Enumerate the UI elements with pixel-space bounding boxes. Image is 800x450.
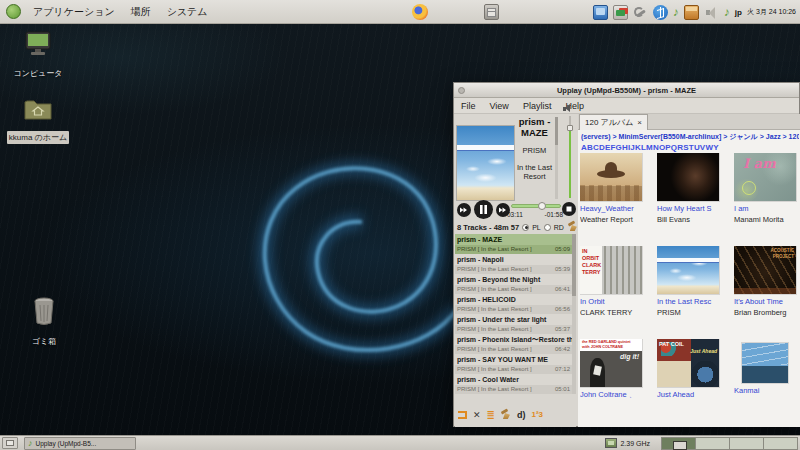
playlist-track[interactable]: prism - Cool Water PRISM [ In the Last R… xyxy=(455,374,572,394)
album-item[interactable]: ACOUSTIC PROJECT It's About Time Brian B… xyxy=(734,246,800,339)
tab-close-icon[interactable]: × xyxy=(637,118,642,127)
pause-button[interactable] xyxy=(474,200,493,219)
album-cover-art[interactable]: the RED GARLAND quintet with JOHN COLTRA… xyxy=(580,339,642,387)
album-item[interactable]: How My Heart S Bill Evans xyxy=(657,153,731,246)
media-player-tray-icon[interactable] xyxy=(613,5,628,20)
bluetooth-tray-icon[interactable] xyxy=(653,5,668,20)
trash-icon xyxy=(31,296,57,326)
clean-icon[interactable] xyxy=(500,410,511,420)
album-cover-art[interactable] xyxy=(580,153,642,201)
workspace-4[interactable] xyxy=(763,437,798,450)
taskbar-item-upplay[interactable]: ♪ Upplay (UpMpd-B5... xyxy=(24,437,136,450)
volume-tray-icon[interactable] xyxy=(704,5,719,20)
album-title-link[interactable]: John Coltrane 、 xyxy=(580,390,654,400)
remaining-time: -01:58 xyxy=(545,211,563,218)
playlist-track[interactable]: prism - Napoli PRISM [ In the Last Resor… xyxy=(455,254,572,274)
show-desktop-button[interactable] xyxy=(2,437,18,449)
stop-button[interactable] xyxy=(562,202,576,216)
playlist-mode-radio[interactable] xyxy=(522,224,529,231)
album-cover-art[interactable]: IN ORBIT CLARK TERRY xyxy=(580,246,642,294)
workspace-3[interactable] xyxy=(729,437,764,450)
file-manager-launcher-icon[interactable] xyxy=(484,4,499,20)
desktop-icon-home[interactable]: kkuma のホーム xyxy=(6,96,70,144)
volume-slider-handle[interactable] xyxy=(567,125,573,131)
album-item[interactable]: In the Last Resc PRISM xyxy=(657,246,731,339)
desktop-icon-computer[interactable]: コンピュータ xyxy=(6,30,70,80)
menu-view[interactable]: View xyxy=(483,101,516,111)
album-artist: CLARK TERRY xyxy=(580,308,654,317)
playlist-track[interactable]: prism - Beyond the Night PRISM [ In the … xyxy=(455,274,572,294)
playlist-track[interactable]: prism - MAZE PRISM [ In the Last Resort … xyxy=(455,234,572,254)
album-title-link[interactable]: Kanmai xyxy=(734,386,800,395)
playlist-track[interactable]: prism - Phoenix Island〜Restore the w PRI… xyxy=(455,334,572,354)
random-mode-radio[interactable] xyxy=(544,224,551,231)
album-title-link[interactable]: Heavy_Weather xyxy=(580,204,654,213)
keyboard-layout-indicator[interactable]: jp xyxy=(735,8,742,17)
previous-button[interactable] xyxy=(457,203,471,217)
album-cover-art[interactable] xyxy=(742,343,788,383)
workspace-2[interactable] xyxy=(695,437,730,450)
album-cover-art[interactable] xyxy=(657,153,719,201)
workspace-1[interactable] xyxy=(661,437,696,450)
shuffle-icon[interactable]: ✕ xyxy=(473,411,481,420)
playlist-view-icon[interactable]: ≣ xyxy=(487,410,494,420)
album-title-link[interactable]: In the Last Resc xyxy=(657,297,731,306)
album-item[interactable]: PAT COIL Just Ahead Just Ahead xyxy=(657,339,731,427)
album-title-link[interactable]: How My Heart S xyxy=(657,204,731,213)
album-title-link[interactable]: I am xyxy=(734,204,800,213)
panel-clock[interactable]: 火 3月 24 10:26 xyxy=(747,7,798,17)
now-playing-title: prism - MAZE xyxy=(516,117,553,139)
playlist-track[interactable]: prism - Under the star light PRISM [ In … xyxy=(455,314,572,334)
menu-system[interactable]: システム xyxy=(163,3,212,21)
window-titlebar[interactable]: Upplay (UpMpd-B550M) - prism - MAZE xyxy=(454,83,799,98)
window-menubar: File View Playlist Help xyxy=(454,98,799,114)
album-item[interactable]: Heavy_Weather Weather Report xyxy=(580,153,654,246)
desktop-icon-trash[interactable]: ゴミ箱 xyxy=(12,296,76,348)
playlist-summary: 8 Tracks - 48m 57 xyxy=(457,223,519,232)
tools-tray-icon[interactable] xyxy=(633,5,648,20)
album-item[interactable]: IN ORBIT CLARK TERRY In Orbit CLARK TERR… xyxy=(580,246,654,339)
terminal-tray-icon[interactable] xyxy=(593,5,608,20)
top-panel: アプリケーション 場所 システム ♪ ♪ jp 火 3月 24 10:26 xyxy=(0,0,800,24)
seek-slider[interactable] xyxy=(511,204,561,208)
package-tray-icon[interactable] xyxy=(684,5,699,20)
firefox-launcher-icon[interactable] xyxy=(412,4,428,20)
cpu-chip-icon xyxy=(605,438,617,448)
playlist-track[interactable]: prism - HELICOID PRISM [ In the Last Res… xyxy=(455,294,572,314)
d-note-icon[interactable]: d) xyxy=(517,411,526,420)
menu-playlist[interactable]: Playlist xyxy=(516,101,559,111)
cpu-frequency-applet[interactable]: 2.39 GHz xyxy=(605,438,650,448)
clear-playlist-icon[interactable] xyxy=(567,222,578,232)
playlist-toolbar: ✕ ≣ d) 1²3 xyxy=(455,404,576,426)
now-playing-scrollbar[interactable] xyxy=(555,117,558,199)
album-cover-art[interactable] xyxy=(657,246,719,294)
music-note-tray-icon[interactable]: ♪ xyxy=(724,6,730,18)
distro-menu-icon[interactable] xyxy=(6,4,21,19)
album-title-link[interactable]: In Orbit xyxy=(580,297,654,306)
album-item[interactable]: the RED GARLAND quintet with JOHN COLTRA… xyxy=(580,339,654,427)
computer-icon xyxy=(23,30,53,58)
album-cover-art[interactable]: I am xyxy=(734,153,796,201)
sort-numbers-icon[interactable]: 1²3 xyxy=(531,411,543,419)
menu-applications[interactable]: アプリケーション xyxy=(29,3,119,21)
menu-file[interactable]: File xyxy=(454,101,483,111)
album-cover-art[interactable]: PAT COIL Just Ahead xyxy=(657,339,719,387)
breadcrumb[interactable]: (servers) > MinimServer[B550M-archlinux]… xyxy=(581,132,799,142)
album-item[interactable]: Kanmai xyxy=(734,339,800,427)
album-title-link[interactable]: Just Ahead xyxy=(657,390,731,399)
album-artist: Brian Bromberg xyxy=(734,308,800,317)
album-item[interactable]: I am I am Manami Morita xyxy=(734,153,800,246)
seek-slider-handle[interactable] xyxy=(538,202,546,210)
playlist-scrollbar[interactable] xyxy=(572,234,576,394)
repeat-icon[interactable] xyxy=(458,411,467,419)
home-folder-icon xyxy=(23,96,53,122)
bottom-taskbar: ♪ Upplay (UpMpd-B5... 2.39 GHz xyxy=(0,435,800,450)
album-title-link[interactable]: It's About Time xyxy=(734,297,800,306)
volume-slider[interactable] xyxy=(567,116,573,198)
tab-albums[interactable]: 120 アルバム × xyxy=(579,114,648,130)
music-note-tray-icon[interactable]: ♪ xyxy=(673,6,679,18)
playlist-track[interactable]: prism - SAY YOU WANT ME PRISM [ In the L… xyxy=(455,354,572,374)
album-cover-art[interactable]: ACOUSTIC PROJECT xyxy=(734,246,796,294)
alphabet-index[interactable]: ABCDEFGHIJKLMNOPQRSTUVWY xyxy=(581,143,799,152)
menu-places[interactable]: 場所 xyxy=(127,3,155,21)
